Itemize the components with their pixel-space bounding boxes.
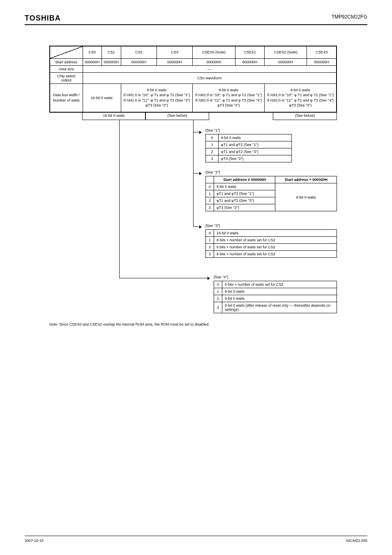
cell: φT1 and φT2 (See "3") (214, 197, 275, 204)
sub2-table: Start address ≠ 000000H Start address = … (205, 176, 337, 211)
col-cs1: CS1 (102, 46, 121, 58)
col-cs2: CS2 (121, 46, 157, 58)
line: φT3 (See "2") (123, 103, 191, 108)
main-table: CS0 CS1 CS2 CS3 CSEX0 (Note) CSEX1 CSEX2… (49, 46, 337, 113)
cell: 1 (206, 141, 219, 148)
cell: 3 (206, 251, 214, 258)
cell: 0 (206, 183, 214, 190)
cell: 3 (206, 155, 219, 162)
cell: 1 (206, 190, 214, 197)
footer: 2007-10-15 92CM22-255 (25, 536, 367, 543)
cell: 8-bit 0 waits (275, 183, 337, 211)
line: If AM1:0 is "10": φ T1 and φ T2 (See "1"… (194, 92, 263, 98)
sub-area: 16-bit 0 waits (See below) (See below) [… (49, 113, 337, 347)
cell: 3 (214, 302, 222, 313)
cell: 000000H (157, 58, 192, 65)
slice-c: (See below) (273, 113, 337, 120)
cell: 8 bits × number of waits set for CS2 (214, 237, 337, 244)
cell: 8 bits × number of waits set for CS2 (214, 244, 337, 251)
cell: 8-bit 0 waits (after release of reset on… (222, 302, 337, 313)
header-rule (25, 24, 367, 25)
cell (206, 176, 214, 183)
cell: φT3 (See "2") (214, 204, 275, 211)
cell: 16-bit 0 waits (214, 230, 337, 237)
cell-groupD: 8-bit 0 waits If AM1:0 is "10": φ T1 and… (265, 83, 337, 112)
cell: φT1 and φT2 (See "1") (218, 141, 291, 148)
footer-date: 2007-10-15 (25, 539, 44, 543)
slice-a: 16-bit 0 waits (82, 113, 145, 120)
line: φT3 (See "2") (266, 103, 334, 108)
cell-cs-output: CSn waveform (83, 72, 337, 83)
note-text: Note: Since CSEX0 and CSEX2 overlap the … (49, 322, 337, 326)
cell: 8-bit 0 waits (222, 288, 337, 295)
brand-logo: TOSHIBA (25, 14, 367, 23)
cell: 8-bit 0 waits (214, 183, 275, 190)
cell: Start address ≠ 000000H (214, 176, 275, 183)
cell: 2 (206, 197, 214, 204)
cell: 000000H (265, 58, 307, 65)
cell: 1 (214, 288, 222, 295)
cell: 3 (206, 204, 214, 211)
cell: 0 (206, 230, 214, 237)
cell: 8-bit 0 waits (222, 295, 337, 302)
cell: 000000H (102, 58, 121, 65)
cell: 000000H (83, 58, 102, 65)
line: If AM1:0 is "11": φ T1 and φ T2 (See "3"… (123, 98, 191, 103)
cell: 2 (206, 148, 219, 155)
sub1-table: 08-bit 0 waits 1φT1 and φT2 (See "1") 2φ… (205, 134, 292, 162)
cell: φT1 and φT2 (See "3") (218, 148, 291, 155)
cell: 8 bits × number of waits set for CS2 (222, 281, 337, 288)
col-csex3: CSEX3 (307, 46, 337, 58)
line: φT3 (See "2") (194, 103, 263, 108)
col-cs0: CS0 (83, 46, 102, 58)
line: If AM1:0 is "11": φ T1 and φ T2 (See "4"… (194, 98, 263, 103)
line: If AM1:0 is "11": φ T1 and φ T2 (See "4"… (266, 98, 334, 103)
cell: 1 (206, 237, 214, 244)
cell: 800000H (235, 58, 264, 65)
sub4-label: [See "4"] (214, 275, 228, 279)
sub1-label: [See "1"] (205, 128, 220, 132)
cell: 0 (214, 281, 222, 288)
col-csex2: CSEX2 (Note) (265, 46, 307, 58)
cell: 2 (206, 244, 214, 251)
cell: 000000H (193, 58, 235, 65)
cell-groupC: 8-bit 0 waits If AM1:0 is "10": φ T1 and… (193, 83, 265, 112)
cell-groupA: 16-bit 0 waits (83, 83, 121, 112)
line: 8-bit 0 waits (123, 88, 191, 93)
sub4-table: 08 bits × number of waits set for CS2 18… (214, 281, 337, 313)
col-csex1: CSEX1 (235, 46, 264, 58)
row-start-address-label: Start address (50, 58, 83, 65)
cell: φT1 and φT2 (See "1") (214, 190, 275, 197)
part-number: TMP92CM22FG (332, 14, 367, 20)
line: 8-bit 0 waits (194, 88, 263, 93)
row-cs-output-label: Chip select output (50, 72, 83, 83)
cell: 800000H (307, 58, 337, 65)
cell: 8-bit 0 waits (218, 134, 291, 141)
row-bus-waits-label: Data bus width / Number of waits (50, 83, 83, 112)
line: 8-bit 0 waits (266, 88, 334, 93)
sub3-label: [See "3"] (205, 224, 220, 228)
diag-header (50, 46, 83, 58)
cell: 8 bits × number of waits set for CS2 (214, 251, 337, 258)
sub3-table: 016-bit 0 waits 18 bits × number of wait… (205, 229, 337, 258)
cell: 000000H (121, 58, 157, 65)
slice-b: (See below) (145, 113, 209, 120)
col-csex0: CSEX0 (Note) (193, 46, 235, 58)
cell: 2 (214, 295, 222, 302)
footer-page: 92CM22-255 (346, 539, 367, 543)
cell: 0 (206, 134, 219, 141)
cell-groupB: 8-bit 0 waits If AM1:0 is "10": φ T1 and… (121, 83, 193, 112)
line: If AM1:0 is "10": φ T1 and φ T2 (See "1"… (266, 92, 334, 98)
row-area-size-label: Area size (50, 65, 83, 72)
sub2-label: [See "2"] (205, 170, 220, 174)
cell: Start address = 000000H (275, 176, 337, 183)
cell-area-size: — (83, 65, 337, 72)
line: If AM1:0 is "10": φ T1 and φ T2 (See "1"… (123, 92, 191, 98)
cell: φT3 (See "2") (218, 155, 291, 162)
col-cs3: CS3 (157, 46, 192, 58)
